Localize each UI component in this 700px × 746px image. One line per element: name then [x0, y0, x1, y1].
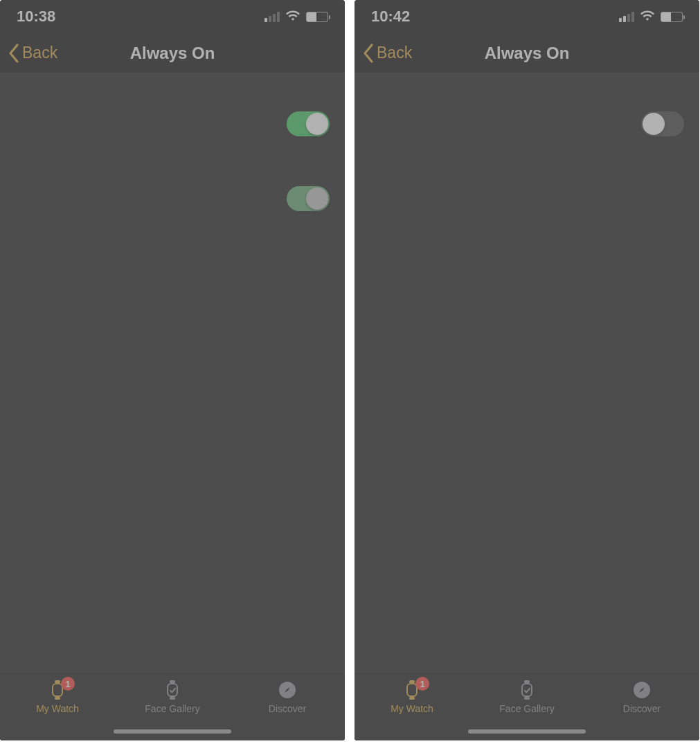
tab-label: Face Gallery — [145, 703, 199, 714]
always-on-toggle[interactable] — [287, 111, 330, 136]
svg-rect-10 — [522, 684, 532, 696]
cellular-signal-icon — [619, 12, 634, 22]
back-button[interactable]: Back — [8, 33, 57, 73]
tab-label: My Watch — [36, 703, 79, 714]
svg-rect-3 — [168, 684, 177, 696]
tab-face-gallery[interactable]: Face Gallery — [485, 680, 568, 714]
watch-icon: 1 — [47, 680, 68, 700]
face-gallery-icon — [517, 680, 537, 700]
chevron-left-icon — [8, 44, 19, 63]
watch-icon: 1 — [402, 680, 422, 700]
status-bar: 10:38 — [0, 0, 345, 33]
battery-icon — [661, 12, 683, 22]
svg-rect-4 — [170, 680, 175, 683]
svg-rect-11 — [524, 680, 530, 683]
nav-bar: Back Always On — [0, 33, 345, 73]
tab-discover[interactable]: Discover — [600, 680, 683, 714]
face-gallery-icon — [162, 680, 183, 700]
chevron-left-icon — [363, 44, 374, 63]
tab-label: My Watch — [391, 703, 433, 714]
svg-rect-8 — [409, 680, 415, 683]
page-title: Always On — [130, 44, 215, 63]
tab-label: Discover — [623, 703, 661, 714]
tab-discover[interactable]: Discover — [246, 680, 329, 714]
home-indicator[interactable] — [468, 729, 586, 734]
svg-rect-9 — [409, 697, 415, 700]
screen-left: 10:38 Back Always On Always On — [0, 0, 345, 740]
cellular-signal-icon — [264, 12, 280, 22]
back-label: Back — [22, 44, 57, 62]
status-bar: 10:42 — [355, 0, 699, 33]
page-title: Always On — [485, 44, 570, 63]
back-button[interactable]: Back — [363, 33, 412, 73]
svg-rect-5 — [170, 697, 175, 700]
tab-my-watch[interactable]: 1 My Watch — [16, 680, 99, 714]
back-label: Back — [377, 44, 412, 62]
wifi-icon — [640, 8, 655, 26]
compass-icon — [277, 680, 298, 700]
status-time: 10:42 — [371, 8, 410, 26]
status-time: 10:38 — [17, 8, 55, 26]
tab-face-gallery[interactable]: Face Gallery — [131, 680, 214, 714]
badge: 1 — [61, 677, 75, 691]
tab-label: Discover — [269, 703, 306, 714]
tab-label: Face Gallery — [499, 703, 554, 714]
svg-rect-1 — [55, 680, 60, 683]
home-indicator[interactable] — [114, 729, 231, 734]
svg-rect-12 — [524, 697, 530, 700]
wifi-icon — [285, 8, 300, 26]
nav-bar: Back Always On — [355, 33, 699, 73]
hide-sensitive-toggle[interactable] — [287, 186, 330, 211]
compass-icon — [631, 680, 652, 700]
battery-icon — [306, 12, 328, 22]
screen-right: 10:42 Back Always On Always On — [355, 0, 699, 740]
always-on-toggle[interactable] — [641, 111, 684, 136]
tab-my-watch[interactable]: 1 My Watch — [370, 680, 454, 714]
svg-rect-2 — [55, 697, 60, 700]
badge: 1 — [415, 677, 429, 691]
